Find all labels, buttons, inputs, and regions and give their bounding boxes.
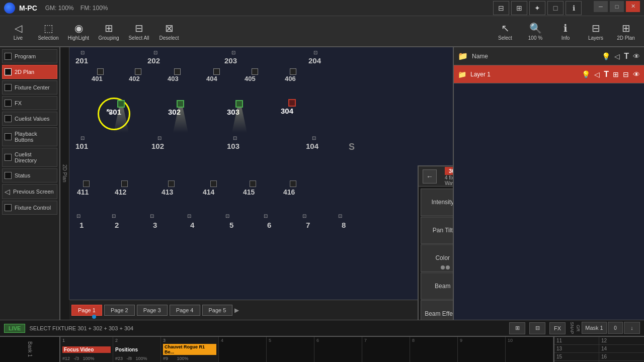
cue-item-3[interactable]: 3 Chauvet Rogue R1 Be... #9 100% [161, 337, 219, 362]
playback-buttons-checkbox[interactable] [5, 133, 12, 140]
toolbar-live[interactable]: ◁ Live [4, 17, 32, 45]
status-fx-btn[interactable]: FX [549, 322, 566, 334]
fixture-413-box[interactable] [168, 180, 175, 187]
status-down-button[interactable]: ↓ [624, 322, 640, 334]
2dplan-checkbox[interactable] [5, 68, 12, 75]
fixture-num-3[interactable]: 3 [153, 221, 157, 229]
sidebar-item-cuelist-directory[interactable]: Cuelist Directory [2, 148, 57, 167]
status-checkbox[interactable] [5, 172, 12, 179]
fixture-num-402[interactable]: 402 [129, 75, 140, 82]
cue-item-8[interactable]: 8 [410, 337, 458, 362]
minimize-button[interactable]: ─ [594, 1, 608, 12]
fixture-num-103[interactable]: 103 [227, 142, 239, 150]
fixture-403-chk[interactable] [174, 68, 181, 75]
fixture-num-201[interactable]: 201 [75, 56, 88, 65]
fixture-414-box[interactable] [210, 180, 217, 187]
toolbar-select-all[interactable]: ⊟ Select All [125, 17, 153, 45]
toolbar-selection[interactable]: ⬚ Selection [34, 17, 62, 45]
toolbar-deselect[interactable]: ⊠ Deselect [155, 17, 183, 45]
sidebar-item-status[interactable]: Status [2, 168, 57, 183]
fixture-num-406[interactable]: 406 [285, 75, 296, 82]
right-panel-layer[interactable]: 📁 Layer 1 💡 ◁ T ⊞ ⊟ 👁 [454, 65, 644, 83]
fixture-301-icon[interactable] [117, 100, 125, 108]
fixture-num-1[interactable]: 1 [79, 221, 84, 229]
toolbar-grouping[interactable]: ⊞ Grouping [95, 17, 123, 45]
fixture-411-box[interactable] [83, 180, 90, 187]
fixture-304-icon[interactable] [288, 99, 296, 107]
fixture-num-203[interactable]: 203 [224, 56, 237, 65]
fixture-num-404[interactable]: 404 [206, 75, 217, 82]
page-1-button[interactable]: Page 1 [71, 305, 102, 316]
fixture-412-box[interactable] [121, 180, 128, 187]
fixture-num-204[interactable]: 204 [308, 56, 321, 65]
fx-btn-color[interactable]: Color [421, 244, 453, 272]
canvas-area[interactable]: 2D Plan ⊡ 201 ⊡ 202 ⊡ 203 ⊡ 204 401 402 … [60, 47, 453, 320]
toolbar-extra-3[interactable]: ✦ [529, 1, 545, 15]
sidebar-item-cuelist-values[interactable]: Cuelist Values [2, 112, 57, 126]
fixture-num-411[interactable]: 411 [77, 188, 89, 196]
fixture-num-104[interactable]: 104 [306, 142, 318, 150]
cue-item-2[interactable]: 2 Positions #23 -/8 100% [113, 337, 161, 362]
toolbar-extra-2[interactable]: ⊞ [511, 1, 527, 15]
fixture-402-chk[interactable] [135, 68, 141, 75]
fixture-401-chk[interactable] [97, 68, 104, 75]
fixture-num-4[interactable]: 4 [190, 221, 194, 229]
cuelist-directory-checkbox[interactable] [5, 154, 12, 161]
sidebar-item-fx[interactable]: FX [2, 96, 57, 110]
toolbar-zoom[interactable]: 🔍 100 % [521, 17, 549, 45]
toolbar-2dplan[interactable]: ⊞ 2D Plan [612, 17, 640, 45]
fixture-num-401[interactable]: 401 [92, 75, 103, 82]
fixture-302-icon[interactable] [177, 100, 184, 108]
page-3-button[interactable]: Page 3 [137, 305, 168, 316]
fixture-303-icon[interactable] [235, 100, 243, 108]
fixture-num-414[interactable]: 414 [203, 188, 214, 196]
status-grid-btn1[interactable]: ⊞ [509, 322, 525, 334]
cuelist-values-checkbox[interactable] [5, 115, 12, 122]
fixture-404-chk[interactable] [213, 68, 220, 75]
fx-checkbox[interactable] [5, 100, 12, 107]
sidebar-item-fixture-center[interactable]: Fixture Center [2, 80, 57, 95]
sidebar-item-2dplan[interactable]: 2D Plan [2, 65, 57, 79]
toolbar-extra-1[interactable]: ⊟ [493, 1, 509, 15]
fixture-num-304[interactable]: 304 [281, 107, 293, 115]
fixture-num-202[interactable]: 202 [147, 56, 160, 65]
toolbar-layers[interactable]: ⊟ Layers [582, 17, 610, 45]
toolbar-extra-5[interactable]: ℹ [566, 1, 582, 15]
cue-item-7[interactable]: 7 [362, 337, 410, 362]
sidebar-item-previous-screen[interactable]: ◁ Previous Screen [2, 184, 57, 199]
fixture-num-416[interactable]: 416 [283, 188, 295, 196]
cue-item-1[interactable]: 1 Focus Video #12 -/3 100% [60, 337, 113, 362]
fixture-center-checkbox[interactable] [5, 84, 12, 91]
toolbar-highlight[interactable]: ◉ HighLight [64, 17, 93, 45]
fx-btn-intensity[interactable]: Intensity [421, 189, 453, 216]
cue-item-10[interactable]: 10 [506, 337, 553, 362]
fixture-control-checkbox[interactable] [5, 204, 12, 211]
page-2-button[interactable]: Page 2 [104, 305, 135, 316]
close-button[interactable]: ✕ [626, 1, 640, 12]
fixture-num-413[interactable]: 413 [162, 188, 173, 196]
sidebar-item-playback-buttons[interactable]: Playback Buttons [2, 127, 57, 146]
sidebar-item-program[interactable]: Program [2, 49, 57, 63]
fixture-num-5[interactable]: 5 [229, 221, 233, 229]
fixture-416-box[interactable] [290, 180, 296, 187]
fixture-num-405[interactable]: 405 [245, 75, 256, 82]
fixture-num-8[interactable]: 8 [342, 221, 346, 229]
fx-popup-back-button[interactable]: ← [423, 169, 437, 184]
fixture-num-403[interactable]: 403 [168, 75, 179, 82]
fixture-num-7[interactable]: 7 [306, 221, 310, 229]
cue-item-5[interactable]: 5 [267, 337, 314, 362]
page-5-button[interactable]: Page 5 [202, 305, 233, 316]
fixture-num-101[interactable]: 101 [75, 142, 88, 150]
program-checkbox[interactable] [5, 53, 12, 60]
fixture-num-102[interactable]: 102 [151, 142, 164, 150]
cue-item-4[interactable]: 4 [219, 337, 267, 362]
fixture-num-412[interactable]: 412 [115, 188, 126, 196]
fixture-num-6[interactable]: 6 [267, 221, 271, 229]
fixture-canvas[interactable]: ⊡ 201 ⊡ 202 ⊡ 203 ⊡ 204 401 402 403 404 … [69, 47, 453, 300]
sidebar-item-fixture-control[interactable]: Fixture Control [2, 201, 57, 215]
fx-btn-beam[interactable]: Beam [421, 273, 453, 300]
fx-popup[interactable]: ← 304 304 3014 - 2% 4 fixtures selected … [418, 165, 453, 320]
toolbar-extra-4[interactable]: □ [547, 1, 564, 15]
toolbar-info[interactable]: ℹ Info [551, 17, 580, 45]
fx-btn-pan-tilt[interactable]: Pan Tilt [421, 217, 453, 244]
